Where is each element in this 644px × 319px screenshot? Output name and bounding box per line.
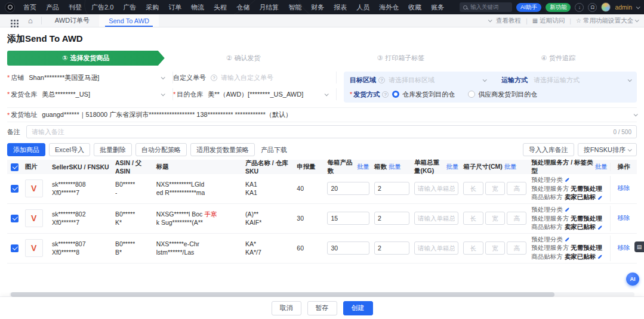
per-box-qty-input[interactable] — [327, 212, 369, 225]
width-input[interactable] — [485, 241, 505, 255]
top-menu-item-6[interactable]: 采购 — [146, 3, 159, 12]
user-chevron-down-icon[interactable] — [636, 5, 640, 9]
box-count-input[interactable] — [374, 212, 409, 225]
user-avatar[interactable] — [601, 2, 611, 12]
top-menu-item-9[interactable]: 头程 — [214, 3, 227, 12]
collapse-chevron-icon[interactable] — [488, 18, 492, 22]
username-label[interactable]: admin — [615, 4, 632, 11]
radio-warehouse-to-destination[interactable]: 仓库发货到目的仓 — [392, 90, 455, 99]
box-weight-input[interactable] — [414, 182, 459, 195]
top-menu-item-18[interactable]: 账务 — [431, 3, 444, 12]
qty-strategy-button[interactable]: 适用发货数量策略 — [190, 143, 255, 156]
batch-link[interactable]: 批量 — [446, 163, 458, 171]
row-checkbox[interactable] — [11, 215, 19, 222]
top-menu-item-16[interactable]: 海外仓 — [379, 3, 399, 12]
app-logo-icon[interactable] — [5, 2, 15, 13]
product-image[interactable]: V — [25, 209, 43, 227]
top-menu-item-10[interactable]: 仓储 — [236, 3, 249, 12]
remove-link[interactable]: 移除 — [617, 184, 630, 193]
remark-input[interactable]: 请输入备注 0 / 500 — [26, 125, 637, 138]
top-menu-item-14[interactable]: 报表 — [334, 3, 347, 12]
row-checkbox[interactable] — [11, 244, 19, 252]
fnsku-sort-button[interactable]: 按FNSKU排序 — [578, 143, 637, 156]
product-image[interactable]: V — [25, 239, 43, 257]
tab-send-to-awd[interactable]: Send To AWD — [99, 14, 159, 27]
remove-link[interactable]: 移除 — [617, 214, 630, 222]
batch-link[interactable]: 批量 — [389, 163, 401, 171]
edit-icon[interactable] — [565, 207, 569, 212]
top-menu-item-17[interactable]: 收藏 — [408, 3, 421, 12]
top-menu-item-2[interactable]: 产品 — [46, 3, 59, 12]
global-search-input[interactable]: 输入关键词 — [460, 2, 512, 12]
side-drawer-toggle[interactable]: ▤ — [634, 241, 644, 252]
height-input[interactable] — [507, 241, 526, 255]
top-menu-item-3[interactable]: 刊登 — [69, 3, 82, 12]
download-icon[interactable]: ↓ — [575, 3, 584, 12]
source-warehouse-select[interactable]: * 发货仓库 美总********_US] — [7, 88, 173, 100]
headset-support-icon[interactable]: Ω — [588, 3, 597, 12]
top-menu-item-11[interactable]: 月结算 — [259, 3, 279, 12]
ai-assistant-float-button[interactable]: AI — [626, 272, 639, 286]
top-menu-item-8[interactable]: 物流 — [191, 3, 204, 12]
horizontal-scrollbar[interactable] — [10, 292, 634, 297]
height-input[interactable] — [507, 182, 526, 195]
remove-link[interactable]: 移除 — [617, 244, 630, 252]
inbound-note-button[interactable]: 导入入库备注 — [523, 143, 574, 156]
apps-grid-icon[interactable] — [6, 14, 23, 27]
top-menu-item-4[interactable]: 广告2.0 — [91, 3, 113, 12]
edit-icon[interactable] — [598, 195, 603, 200]
select-all-checkbox[interactable] — [11, 163, 19, 171]
radio-supplier-to-destination[interactable]: 供应商发货到目的仓 — [468, 90, 537, 99]
edit-icon[interactable] — [565, 178, 569, 182]
excel-import-button[interactable]: Excel导入 — [49, 143, 90, 156]
batch-link[interactable]: 批量 — [357, 163, 369, 171]
save-draft-button[interactable]: 暂存 — [307, 301, 337, 315]
destination-warehouse-select[interactable]: * 目的仓库 美**（AWD）[********_US_AWD] — [173, 88, 337, 100]
tab-awd-order[interactable]: AWD订单号 — [45, 14, 99, 27]
target-region-select[interactable]: 请选择目标区域 — [389, 76, 483, 85]
view-tutorial-link[interactable]: 查看教程 — [496, 17, 521, 25]
box-count-input[interactable] — [374, 241, 409, 255]
info-icon: ? — [382, 91, 389, 98]
top-menu-item-12[interactable]: 智能 — [288, 3, 301, 12]
batch-delete-button[interactable]: 批量删除 — [94, 143, 132, 156]
auto-assign-strategy-button[interactable]: 自动分配策略 — [135, 143, 187, 156]
box-count-input[interactable] — [374, 182, 409, 195]
width-input[interactable] — [485, 182, 505, 195]
add-product-button[interactable]: 添加商品 — [7, 143, 45, 156]
top-menu-item-15[interactable]: 人员 — [356, 3, 369, 12]
per-box-qty-input[interactable] — [327, 182, 369, 195]
ship-address-select[interactable]: * 发货地址 guangd******｜518000 广东省深圳市*******… — [7, 107, 637, 122]
transport-method-select[interactable]: 请选择运输方式 — [534, 76, 628, 85]
top-menu-item-13[interactable]: 财务 — [311, 3, 324, 12]
scrollbar-thumb[interactable] — [11, 292, 554, 297]
ai-assistant-button[interactable]: AI助手 — [516, 3, 541, 12]
top-menu-item-7[interactable]: 订单 — [168, 3, 181, 12]
cancel-button[interactable]: 取消 — [272, 301, 301, 315]
product-image[interactable]: V — [25, 179, 43, 197]
custom-number-input[interactable]: 自定义单号 ? 请输入自定义单号 — [173, 72, 337, 83]
edit-icon[interactable] — [598, 225, 603, 230]
row-checkbox[interactable] — [11, 185, 19, 193]
width-input[interactable] — [485, 212, 505, 225]
batch-link[interactable]: 批量 — [595, 163, 608, 171]
create-button[interactable]: 创建 — [343, 301, 373, 315]
top-menu-item-1[interactable]: 首页 — [23, 3, 36, 12]
new-feature-button[interactable]: 新功能 — [546, 3, 571, 12]
box-weight-input[interactable] — [414, 241, 459, 255]
height-input[interactable] — [507, 212, 526, 225]
per-box-qty-input[interactable] — [327, 241, 369, 255]
batch-link[interactable]: 批量 — [504, 163, 517, 171]
edit-icon[interactable] — [598, 255, 603, 259]
edit-icon[interactable] — [565, 237, 569, 241]
settings-guide-link[interactable]: ☆常用功能设置大全 — [576, 17, 638, 25]
home-icon[interactable]: ⌂ — [23, 14, 38, 27]
length-input[interactable] — [463, 241, 483, 255]
length-input[interactable] — [463, 212, 483, 225]
recent-visits-link[interactable]: ▦近期访问 — [532, 17, 565, 25]
length-input[interactable] — [463, 182, 483, 195]
box-weight-input[interactable] — [414, 212, 459, 225]
product-download-button[interactable]: 产品下载 — [258, 143, 289, 156]
top-menu-item-5[interactable]: 广告 — [123, 3, 136, 12]
shop-select[interactable]: * 店铺 Shan********美国亚马逊] — [7, 72, 173, 83]
